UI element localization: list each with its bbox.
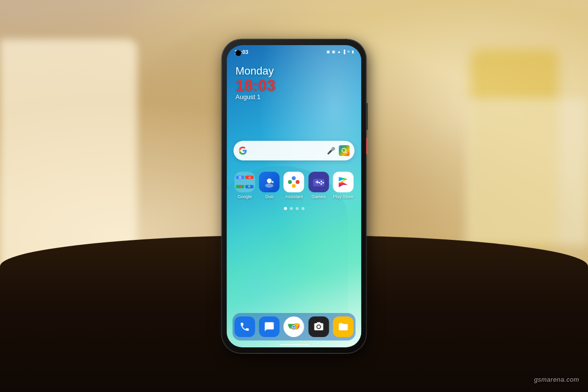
- search-lens-icon[interactable]: [339, 145, 350, 156]
- app-item-google[interactable]: G ✉ 📍 🔍 Google: [234, 172, 256, 199]
- assistant-icon[interactable]: [284, 172, 304, 192]
- camera-hole: [236, 50, 242, 56]
- dock-camera[interactable]: [308, 316, 329, 337]
- clock-date: August 1: [236, 93, 276, 101]
- svg-rect-9: [317, 180, 318, 183]
- bottom-dock: [233, 313, 356, 340]
- svg-point-10: [320, 181, 322, 182]
- sim-icon: ▣: [326, 50, 330, 54]
- google-logo: [239, 146, 247, 155]
- page-dot-1: [284, 207, 287, 210]
- app-label-google: Google: [238, 194, 252, 199]
- svg-point-6: [288, 180, 292, 184]
- signal2-icon: ✕: [347, 50, 350, 54]
- svg-point-0: [342, 148, 346, 152]
- dock-files[interactable]: [333, 316, 353, 337]
- svg-point-5: [292, 183, 296, 187]
- sim2-icon: ▣: [332, 50, 336, 54]
- status-bar: 18:03 ▣ ▣ ▲ ▐ ✕ ▮: [227, 45, 362, 59]
- page-dot-2: [290, 207, 293, 210]
- clock-time: 18:03: [236, 78, 276, 93]
- home-indicator: [279, 344, 309, 345]
- wifi-icon: ▲: [337, 50, 341, 54]
- app-label-playstore: Play Store: [333, 194, 354, 199]
- dock-phone[interactable]: [235, 316, 255, 337]
- page-dots: [227, 207, 362, 210]
- duo-icon[interactable]: [259, 172, 280, 192]
- svg-point-2: [265, 183, 273, 187]
- app-item-games[interactable]: Games: [307, 172, 330, 199]
- search-bar[interactable]: 🎤: [234, 141, 355, 160]
- svg-point-12: [318, 182, 320, 183]
- volume-button[interactable]: [367, 103, 368, 130]
- phone: 18:03 ▣ ▣ ▲ ▐ ✕ ▮ Monday 18:03 August 1: [222, 39, 367, 353]
- svg-point-1: [267, 178, 272, 183]
- games-icon[interactable]: [308, 172, 329, 192]
- page-dot-3: [295, 207, 298, 210]
- app-item-playstore[interactable]: Play Store: [332, 172, 354, 199]
- svg-point-3: [292, 176, 296, 180]
- svg-point-23: [293, 325, 295, 328]
- app-label-games: Games: [312, 194, 326, 199]
- svg-point-4: [296, 180, 300, 184]
- app-row: G ✉ 📍 🔍 Google Duo: [233, 172, 356, 199]
- power-button[interactable]: [367, 137, 368, 155]
- svg-point-13: [320, 183, 322, 184]
- playstore-icon[interactable]: [333, 172, 353, 192]
- watermark: gsmarena.com: [534, 376, 579, 383]
- page-dot-4: [301, 207, 304, 210]
- phone-screen: 18:03 ▣ ▣ ▲ ▐ ✕ ▮ Monday 18:03 August 1: [227, 45, 362, 347]
- app-label-assistant: Assistant: [285, 194, 303, 199]
- google-folder-icon[interactable]: G ✉ 📍 🔍: [235, 172, 255, 192]
- status-icons: ▣ ▣ ▲ ▐ ✕ ▮: [326, 50, 354, 54]
- signal-icon: ▐: [343, 50, 345, 54]
- dock-messages[interactable]: [259, 316, 280, 337]
- app-item-assistant[interactable]: Assistant: [283, 172, 305, 199]
- app-label-duo: Duo: [266, 194, 274, 199]
- clock-widget: Monday 18:03 August 1: [236, 65, 276, 101]
- app-item-duo[interactable]: Duo: [258, 172, 281, 199]
- battery-icon: ▮: [352, 50, 354, 54]
- search-mic-icon[interactable]: 🎤: [327, 147, 335, 155]
- svg-point-11: [322, 182, 324, 183]
- dock-chrome[interactable]: [284, 316, 304, 337]
- bg-right-white-blur: [466, 98, 588, 245]
- clock-day: Monday: [236, 65, 276, 78]
